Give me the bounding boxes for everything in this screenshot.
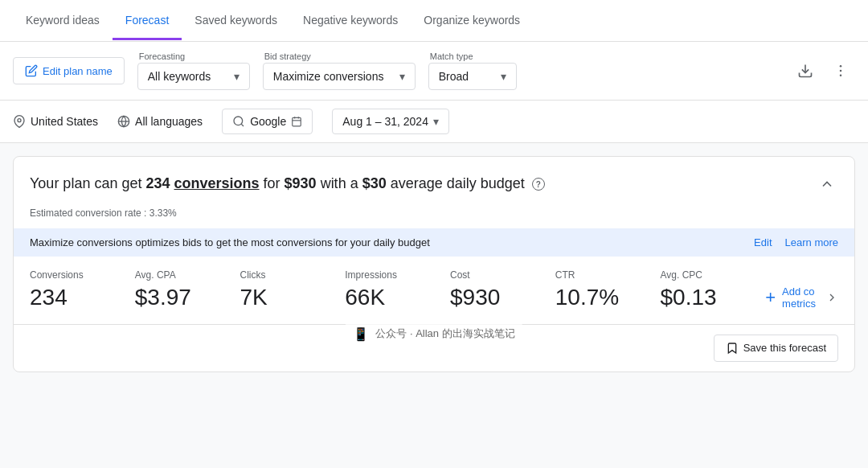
metric-clicks-label: Clicks [240, 269, 346, 281]
metric-conversions-label: Conversions [30, 269, 135, 281]
main-content: Your plan can get 234 conversions for $9… [0, 143, 868, 385]
match-type-dropdown[interactable]: Broad ▾ [428, 63, 517, 90]
metric-avg-cpa-value: $3.97 [135, 284, 240, 311]
location-value: United States [31, 115, 98, 128]
watermark: 📱 公众号 · Allan 的出海实战笔记 [345, 323, 522, 345]
watermark-text: 公众号 · Allan 的出海实战笔记 [375, 326, 514, 341]
forecasting-value: All keywords [148, 70, 211, 83]
tab-organize-keywords[interactable]: Organize keywords [411, 2, 533, 40]
chevron-up-icon [819, 176, 835, 192]
cost-value: $930 [285, 175, 317, 191]
svg-point-3 [840, 75, 842, 77]
metric-avg-cpc-label: Avg. CPC [661, 269, 766, 281]
metric-impressions-value: 66K [345, 284, 450, 311]
language-icon [117, 115, 130, 128]
plus-icon: + [765, 287, 776, 308]
info-banner: Maximize conversions optimizes bids to g… [14, 228, 854, 257]
language-filter[interactable]: All languages [117, 115, 203, 128]
download-button[interactable] [791, 56, 820, 85]
forecasting-label: Forecasting [137, 51, 250, 61]
headline-prefix: Your plan can get [30, 175, 145, 191]
estimated-conversion-rate: Estimated conversion rate : 3.33% [14, 207, 854, 228]
add-metrics-label: Add cometrics [782, 285, 816, 310]
more-vert-icon [833, 63, 849, 79]
match-type-value: Broad [439, 70, 469, 83]
metric-cost-label: Cost [450, 269, 555, 281]
headline-with: with a [317, 175, 362, 191]
location-icon [13, 115, 26, 128]
metrics-row: Conversions 234 Avg. CPA $3.97 Clicks 7K… [14, 257, 854, 324]
tab-saved-keywords[interactable]: Saved keywords [182, 2, 290, 40]
edit-plan-label: Edit plan name [43, 65, 113, 77]
metric-avg-cpc-value: $0.13 [661, 284, 766, 311]
tab-negative-keywords[interactable]: Negative keywords [290, 2, 411, 40]
metric-cost-value: $930 [450, 284, 555, 311]
metric-avg-cpc: Avg. CPC $0.13 [661, 269, 766, 311]
download-icon [797, 63, 813, 79]
match-type-group: Match type Broad ▾ [428, 51, 517, 90]
toolbar-actions [791, 56, 855, 85]
svg-point-1 [840, 65, 842, 68]
metric-impressions: Impressions 66K [345, 269, 450, 311]
svg-line-8 [241, 124, 244, 126]
date-range-picker[interactable]: Aug 1 – 31, 2024 ▾ [332, 109, 449, 134]
search-icon [232, 115, 245, 128]
search-engine-value: Google [250, 115, 286, 128]
bid-strategy-dropdown[interactable]: Maximize conversions ▾ [263, 63, 416, 90]
wechat-icon: 📱 [353, 326, 369, 342]
metric-cost: Cost $930 [450, 269, 555, 311]
conversions-word: conversions [174, 175, 260, 191]
svg-rect-9 [293, 117, 301, 126]
metric-impressions-label: Impressions [345, 269, 450, 281]
chevron-right-icon [825, 291, 838, 304]
bookmark-icon [726, 342, 739, 355]
collapse-button[interactable] [816, 173, 838, 198]
metric-avg-cpa-label: Avg. CPA [135, 269, 240, 281]
svg-point-2 [840, 70, 842, 72]
top-nav: Keyword ideas Forecast Saved keywords Ne… [0, 0, 868, 42]
edit-plan-button[interactable]: Edit plan name [13, 57, 125, 84]
filter-bar: United States All languages Google Aug 1… [0, 101, 868, 143]
date-range-value: Aug 1 – 31, 2024 [342, 115, 428, 128]
learn-more-link[interactable]: Learn more [785, 236, 838, 248]
svg-point-4 [18, 119, 21, 122]
forecast-header: Your plan can get 234 conversions for $9… [14, 157, 854, 207]
info-icon[interactable]: ? [532, 178, 545, 191]
bid-strategy-group: Bid strategy Maximize conversions ▾ [263, 51, 416, 90]
calendar-icon [291, 116, 302, 127]
location-filter[interactable]: United States [13, 115, 98, 128]
metric-ctr-label: CTR [555, 269, 661, 281]
bid-strategy-label: Bid strategy [263, 51, 416, 61]
headline-suffix: average daily budget [387, 175, 525, 191]
budget-value: $30 [362, 175, 387, 191]
metric-conversions-value: 234 [30, 284, 135, 311]
forecasting-group: Forecasting All keywords ▾ [137, 51, 250, 90]
tab-keyword-ideas[interactable]: Keyword ideas [13, 2, 113, 40]
save-forecast-label: Save this forecast [743, 342, 826, 354]
forecasting-dropdown[interactable]: All keywords ▾ [137, 63, 250, 90]
date-chevron-icon: ▾ [433, 115, 439, 128]
search-engine-selector[interactable]: Google [222, 109, 313, 134]
metric-clicks-value: 7K [240, 284, 346, 311]
metric-conversions: Conversions 234 [30, 269, 135, 311]
edit-link[interactable]: Edit [754, 236, 772, 248]
svg-point-7 [234, 117, 243, 125]
metric-ctr-value: 10.7% [555, 284, 661, 311]
add-metrics-button[interactable]: + Add cometrics [765, 269, 838, 310]
banner-text: Maximize conversions optimizes bids to g… [30, 236, 430, 248]
language-value: All languages [135, 115, 203, 128]
more-options-button[interactable] [826, 56, 855, 85]
forecasting-chevron-icon: ▾ [234, 70, 240, 83]
toolbar: Edit plan name Forecasting All keywords … [0, 42, 868, 101]
match-type-chevron-icon: ▾ [501, 70, 506, 83]
metric-ctr: CTR 10.7% [555, 269, 661, 311]
metric-avg-cpa: Avg. CPA $3.97 [135, 269, 240, 311]
metric-clicks: Clicks 7K [240, 269, 346, 311]
match-type-label: Match type [428, 51, 517, 61]
bid-strategy-chevron-icon: ▾ [399, 70, 405, 83]
tab-forecast[interactable]: Forecast [113, 2, 182, 40]
bid-strategy-value: Maximize conversions [273, 70, 384, 83]
forecast-headline: Your plan can get 234 conversions for $9… [30, 173, 545, 195]
save-forecast-button[interactable]: Save this forecast [714, 335, 838, 362]
headline-for: for [260, 175, 285, 191]
